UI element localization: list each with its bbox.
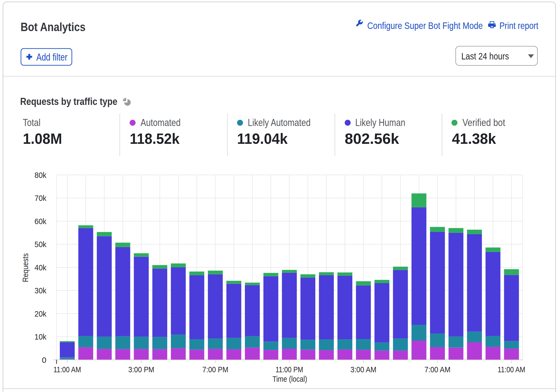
svg-text:Time (local): Time (local) — [273, 374, 307, 383]
svg-text:40k: 40k — [35, 263, 47, 272]
svg-text:Add filter: Add filter — [36, 52, 67, 63]
svg-text:Requests: Requests — [21, 253, 30, 282]
svg-text:41.38k: 41.38k — [452, 130, 496, 147]
svg-text:Verified bot: Verified bot — [462, 117, 505, 128]
svg-text:11:00 AM: 11:00 AM — [498, 365, 525, 374]
svg-text:Bot Analytics: Bot Analytics — [21, 20, 86, 34]
svg-text:60k: 60k — [35, 217, 47, 226]
svg-text:70k: 70k — [35, 194, 47, 202]
svg-text:119.04k: 119.04k — [237, 130, 288, 147]
svg-text:3:00 PM: 3:00 PM — [128, 365, 154, 374]
svg-text:Automated: Automated — [140, 117, 180, 128]
svg-text:Requests by traffic type: Requests by traffic type — [20, 96, 117, 107]
svg-text:80k: 80k — [35, 171, 47, 180]
svg-text:11:00 PM: 11:00 PM — [275, 365, 303, 374]
svg-text:0: 0 — [42, 356, 47, 364]
svg-text:Total: Total — [23, 117, 41, 128]
svg-text:30k: 30k — [35, 286, 47, 295]
svg-text:Last 24 hours: Last 24 hours — [461, 51, 509, 61]
svg-text:10k: 10k — [35, 332, 47, 341]
svg-text:Configure Super Bot Fight Mode: Configure Super Bot Fight Mode — [367, 20, 483, 31]
svg-text:Likely Human: Likely Human — [355, 117, 405, 128]
svg-text:7:00 AM: 7:00 AM — [425, 365, 451, 374]
svg-text:50k: 50k — [35, 240, 47, 249]
svg-text:802.56k: 802.56k — [345, 130, 399, 147]
svg-text:1.08M: 1.08M — [23, 130, 62, 147]
svg-text:Likely Automated: Likely Automated — [248, 117, 311, 128]
svg-text:7:00 PM: 7:00 PM — [202, 365, 228, 374]
svg-text:Print report: Print report — [499, 20, 538, 31]
svg-text:3:00 AM: 3:00 AM — [350, 365, 376, 374]
svg-text:11:00 AM: 11:00 AM — [54, 365, 81, 374]
svg-text:20k: 20k — [35, 309, 47, 318]
svg-text:118.52k: 118.52k — [130, 130, 180, 147]
